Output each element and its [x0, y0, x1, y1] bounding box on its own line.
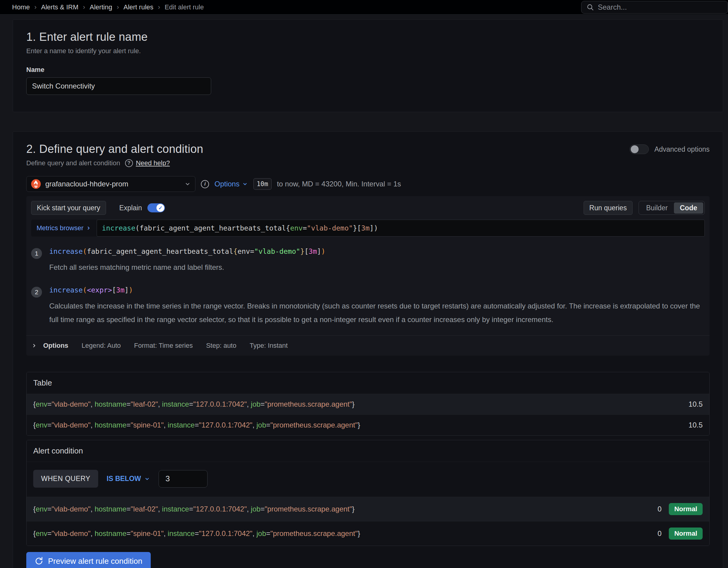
- query-editor: Kick start your query Explain ✓ Run quer…: [26, 196, 710, 356]
- chevron-right-icon: [31, 343, 37, 349]
- builder-mode-button[interactable]: Builder: [640, 202, 674, 214]
- preview-alert-rule-condition-button[interactable]: Preview alert rule condition: [26, 552, 151, 568]
- interval-badge[interactable]: 10m: [253, 178, 272, 190]
- run-queries-button[interactable]: Run queries: [584, 201, 633, 215]
- advanced-options-label: Advanced options: [654, 145, 710, 153]
- name-field-label: Name: [26, 66, 710, 74]
- breadcrumb-alert-rules[interactable]: Alert rules: [124, 3, 153, 11]
- series-value: 10.5: [688, 421, 703, 429]
- step1-title: 1. Enter alert rule name: [26, 31, 710, 44]
- need-help-link[interactable]: Need help?: [136, 159, 170, 167]
- options-expander[interactable]: Options: [31, 342, 68, 350]
- series-labels: {env="vlab-demo", hostname="leaf-02", in…: [33, 400, 355, 408]
- series-value: 10.5: [688, 400, 703, 408]
- condition-value: 0: [658, 529, 662, 538]
- breadcrumb-alerting[interactable]: Alerting: [90, 3, 112, 11]
- step2-subtitle: Define query and alert condition: [26, 159, 120, 167]
- top-nav: Home › Alerts & IRM › Alerting › Alert r…: [0, 0, 728, 15]
- datasource-options-dropdown[interactable]: Options: [214, 180, 248, 188]
- when-query-chip[interactable]: WHEN QUERY: [33, 470, 98, 488]
- query-options-row: Options Legend: Auto Format: Time series…: [31, 336, 705, 356]
- prometheus-icon: [31, 179, 41, 189]
- step-option: Step: auto: [206, 342, 236, 350]
- breadcrumb-home[interactable]: Home: [12, 3, 30, 11]
- step2-card: 2. Define query and alert condition Adva…: [13, 131, 723, 568]
- datasource-name: grafanacloud-hhdev-prom: [45, 180, 180, 188]
- promql-query-input[interactable]: increase(fabric_agent_agent_heartbeats_t…: [97, 220, 705, 237]
- breadcrumb-separator-icon: ›: [34, 3, 37, 11]
- kick-start-query-button[interactable]: Kick start your query: [31, 201, 106, 215]
- code-mode-button[interactable]: Code: [674, 202, 704, 214]
- alert-condition-title: Alert condition: [27, 440, 709, 462]
- breadcrumb-separator-icon: ›: [117, 3, 119, 11]
- chevron-down-icon: [242, 181, 248, 187]
- state-badge: Normal: [669, 528, 703, 540]
- step1-subtitle: Enter a name to identify your alert rule…: [26, 47, 710, 55]
- chevron-down-icon: [144, 476, 150, 482]
- breadcrumb-edit-alert-rule: Edit alert rule: [165, 3, 204, 11]
- advanced-options-toggle[interactable]: [630, 144, 649, 154]
- metrics-browser-button[interactable]: Metrics browser: [31, 220, 97, 237]
- condition-result-row: {env="vlab-demo", hostname="spine-01", i…: [27, 521, 709, 546]
- explain-description: Fetch all series matching metric name an…: [49, 261, 325, 274]
- series-labels: {env="vlab-demo", hostname="spine-01", i…: [33, 421, 360, 429]
- datasource-row: grafanacloud-hhdev-prom i Options 10m to…: [26, 176, 710, 192]
- series-labels: {env="vlab-demo", hostname="spine-01", i…: [33, 529, 360, 538]
- condition-value: 0: [658, 505, 662, 513]
- time-range-summary: to now, MD = 43200, Min. Interval = 1s: [277, 180, 401, 188]
- editor-mode-switch: Builder Code: [639, 201, 705, 215]
- main-content: 1. Enter alert rule name Enter a name to…: [0, 19, 728, 568]
- type-option: Type: Instant: [250, 342, 288, 350]
- search-icon: [586, 3, 594, 11]
- chevron-right-icon: [86, 225, 91, 231]
- step2-title: 2. Define query and alert condition: [26, 143, 203, 156]
- chevron-down-icon: [184, 181, 191, 187]
- breadcrumb: Home › Alerts & IRM › Alerting › Alert r…: [12, 3, 204, 11]
- refresh-icon: [35, 557, 43, 565]
- step-number-badge: 1: [31, 248, 42, 259]
- explain-item: 2 increase(<expr>[3m]) Calculates the in…: [31, 282, 705, 334]
- series-labels: {env="vlab-demo", hostname="leaf-02", in…: [33, 505, 355, 513]
- condition-result-row: {env="vlab-demo", hostname="leaf-02", in…: [27, 497, 709, 521]
- info-icon[interactable]: i: [201, 180, 209, 188]
- table-row: {env="vlab-demo", hostname="leaf-02", in…: [27, 394, 709, 415]
- explain-description: Calculates the increase in the time seri…: [49, 299, 705, 326]
- table-row: {env="vlab-demo", hostname="spine-01", i…: [27, 415, 709, 435]
- datasource-picker[interactable]: grafanacloud-hhdev-prom: [26, 176, 195, 192]
- alert-rule-name-input[interactable]: [26, 77, 211, 95]
- toggle-knob: [631, 145, 639, 153]
- format-option: Format: Time series: [134, 342, 193, 350]
- threshold-input[interactable]: [159, 470, 208, 488]
- table-panel-title: Table: [27, 372, 709, 394]
- legend-option: Legend: Auto: [82, 342, 121, 350]
- step1-card: 1. Enter alert rule name Enter a name to…: [13, 19, 723, 112]
- toggle-knob: ✓: [156, 204, 164, 212]
- explain-label: Explain: [119, 204, 142, 212]
- condition-builder-row: WHEN QUERY IS BELOW: [27, 462, 709, 497]
- table-panel: Table {env="vlab-demo", hostname="leaf-0…: [26, 372, 710, 436]
- explain-toggle[interactable]: ✓: [147, 203, 165, 212]
- explain-code-line: increase(<expr>[3m]): [49, 286, 705, 294]
- search-input[interactable]: Search...: [581, 1, 728, 14]
- breadcrumb-separator-icon: ›: [158, 3, 160, 11]
- help-icon[interactable]: ?: [125, 159, 133, 167]
- explain-section: 1 increase(fabric_agent_agent_heartbeats…: [31, 243, 705, 334]
- explain-item: 1 increase(fabric_agent_agent_heartbeats…: [31, 243, 705, 282]
- condition-operator-dropdown[interactable]: IS BELOW: [107, 475, 150, 483]
- state-badge: Normal: [669, 503, 703, 515]
- search-placeholder: Search...: [598, 3, 627, 11]
- breadcrumb-separator-icon: ›: [83, 3, 85, 11]
- alert-condition-panel: Alert condition WHEN QUERY IS BELOW {env…: [26, 440, 710, 546]
- step-number-badge: 2: [31, 287, 42, 298]
- explain-code-line: increase(fabric_agent_agent_heartbeats_t…: [49, 247, 325, 255]
- breadcrumb-alerts-irm[interactable]: Alerts & IRM: [41, 3, 78, 11]
